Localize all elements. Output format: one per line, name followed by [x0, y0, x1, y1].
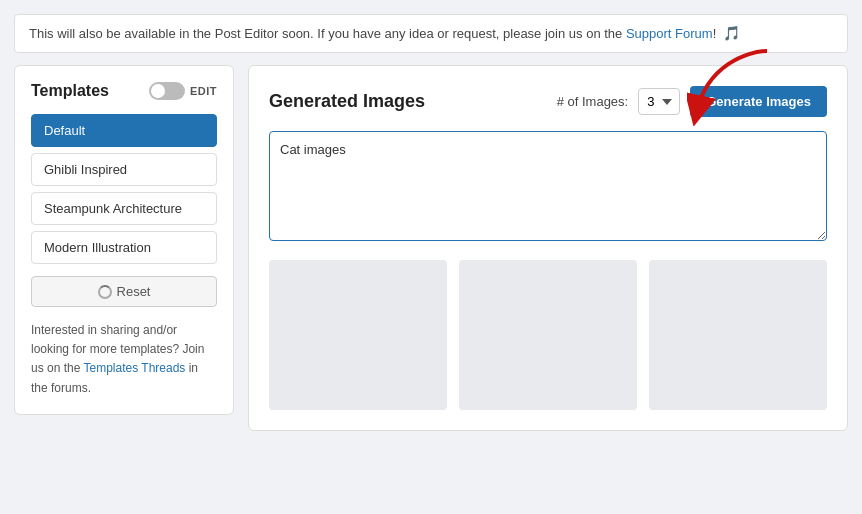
image-placeholder-1: [269, 260, 447, 410]
sidebar-title: Templates: [31, 82, 109, 100]
image-grid: [269, 260, 827, 410]
image-placeholder-3: [649, 260, 827, 410]
main-title: Generated Images: [269, 91, 425, 112]
templates-threads-link[interactable]: Templates Threads: [84, 361, 186, 375]
sidebar-footer: Interested in sharing and/or looking for…: [31, 321, 217, 398]
toggle-container: EDIT: [149, 82, 217, 100]
reset-spinner-icon: [98, 285, 112, 299]
support-forum-link[interactable]: Support Forum: [626, 26, 713, 41]
template-item-modern[interactable]: Modern Illustration: [31, 231, 217, 264]
edit-toggle[interactable]: [149, 82, 185, 100]
main-header: Generated Images # of Images: 1 2 3 4 5 …: [269, 86, 827, 117]
toggle-label: EDIT: [190, 85, 217, 97]
notification-text: This will also be available in the Post …: [29, 26, 626, 41]
template-list: Default Ghibli Inspired Steampunk Archit…: [31, 114, 217, 264]
exclamation: !: [713, 26, 717, 41]
controls: # of Images: 1 2 3 4 5 Generate Images: [557, 86, 827, 117]
music-icon: 🎵: [723, 25, 740, 41]
generate-images-button[interactable]: Generate Images: [690, 86, 827, 117]
num-images-select[interactable]: 1 2 3 4 5: [638, 88, 680, 115]
image-placeholder-2: [459, 260, 637, 410]
main-panel: Generated Images # of Images: 1 2 3 4 5 …: [248, 65, 848, 431]
reset-label: Reset: [117, 284, 151, 299]
toggle-knob: [151, 84, 165, 98]
reset-button[interactable]: Reset: [31, 276, 217, 307]
template-item-ghibli[interactable]: Ghibli Inspired: [31, 153, 217, 186]
notification-bar: This will also be available in the Post …: [14, 14, 848, 53]
sidebar: Templates EDIT Default Ghibli Inspired S…: [14, 65, 234, 415]
template-item-default[interactable]: Default: [31, 114, 217, 147]
template-item-steampunk[interactable]: Steampunk Architecture: [31, 192, 217, 225]
prompt-textarea[interactable]: Cat images: [269, 131, 827, 241]
sidebar-header: Templates EDIT: [31, 82, 217, 100]
main-layout: Templates EDIT Default Ghibli Inspired S…: [14, 65, 848, 431]
images-label: # of Images:: [557, 94, 629, 109]
